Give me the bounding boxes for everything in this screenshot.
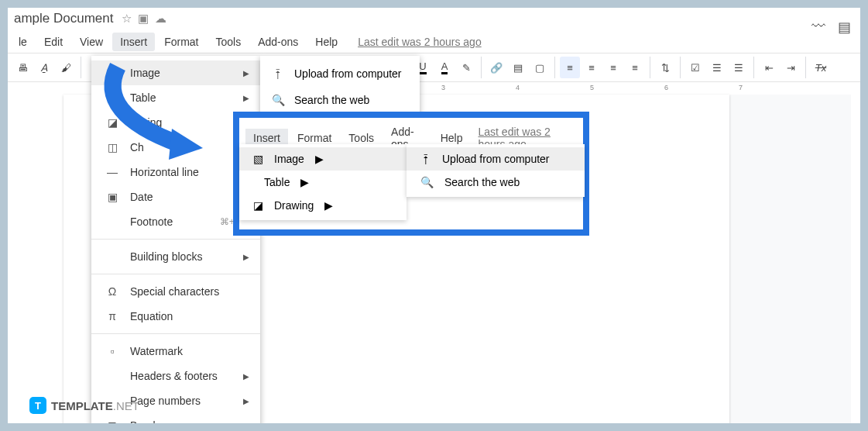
spellcheck-icon[interactable]: A̱	[34, 57, 54, 78]
insert-table-item[interactable]: ▦ Table ▶	[91, 85, 260, 110]
comments-icon[interactable]: ▤	[838, 19, 851, 36]
drawing-icon: ◪	[105, 116, 119, 129]
hline-icon: —	[105, 165, 119, 179]
align-center-icon[interactable]: ≡	[582, 57, 602, 78]
align-left-icon[interactable]: ≡	[560, 57, 580, 78]
menu-file[interactable]: le	[11, 33, 35, 51]
callout-insert-dropdown: ▧ Image ▶ Table ▶ ◪ Drawing ▶	[239, 144, 407, 220]
main-menubar: le Edit View Insert Format Tools Add-ons…	[8, 31, 860, 53]
chevron-right-icon: ▶	[243, 397, 249, 405]
insert-equation-item[interactable]: π Equation	[91, 304, 260, 329]
drawing-icon: ◪	[253, 199, 263, 212]
callout-zoom: Insert Format Tools Add-ons Help Last ed…	[233, 112, 589, 236]
omega-icon: Ω	[105, 284, 119, 298]
search-icon: 🔍	[420, 176, 434, 188]
menu-insert[interactable]: Insert	[112, 33, 155, 51]
callout-search-item[interactable]: 🔍 Search the web	[407, 171, 585, 194]
link-icon[interactable]: 🔗	[486, 57, 506, 78]
chevron-right-icon: ▶	[324, 199, 333, 212]
image-icon: ▧	[105, 66, 119, 80]
pi-icon: π	[105, 309, 119, 323]
chevron-right-icon: ▶	[300, 176, 309, 188]
outdent-icon[interactable]: ⇤	[759, 57, 779, 78]
checklist-icon[interactable]: ☑	[685, 57, 705, 78]
callout-upload-item[interactable]: ⭱ Upload from computer	[407, 147, 585, 171]
search-icon: 🔍	[271, 93, 285, 107]
callout-table-item[interactable]: Table ▶	[239, 171, 407, 194]
brand-logo-icon: T	[29, 397, 46, 414]
menu-tools[interactable]: Tools	[208, 33, 249, 51]
insert-watermark-item[interactable]: ▫ Watermark	[91, 339, 260, 364]
chevron-right-icon: ▶	[243, 253, 249, 261]
upload-from-computer-item[interactable]: ⭱ Upload from computer	[260, 60, 420, 87]
brand-watermark: T TEMPLATE.NET	[29, 397, 139, 414]
align-justify-icon[interactable]: ≡	[625, 57, 645, 78]
cloud-status-icon: ☁	[155, 12, 166, 26]
insert-blocks-item[interactable]: Building blocks ▶	[91, 244, 260, 269]
image-icon: ▧	[253, 153, 263, 165]
last-edit-link[interactable]: Last edit was 2 hours ago	[358, 36, 482, 48]
doc-title[interactable]: ample Document	[14, 11, 114, 26]
divider	[91, 333, 260, 334]
search-web-item[interactable]: 🔍 Search the web	[260, 87, 420, 113]
menu-view[interactable]: View	[72, 33, 111, 51]
title-bar: ample Document ☆ ▣ ☁	[8, 8, 860, 29]
chevron-right-icon: ▶	[243, 372, 249, 381]
paint-format-icon[interactable]: 🖌	[56, 57, 76, 78]
chart-icon: ◫	[105, 140, 119, 154]
upload-icon: ⭱	[271, 67, 285, 81]
table-icon: ▦	[105, 91, 119, 105]
insert-break-item[interactable]: ⊟ Break	[91, 413, 260, 423]
star-icon[interactable]: ☆	[122, 12, 132, 26]
menu-edit[interactable]: Edit	[36, 33, 70, 51]
folder-move-icon[interactable]: ▣	[138, 12, 149, 26]
top-right-actions: 〰 ▤	[811, 19, 851, 36]
text-color-icon[interactable]: A	[434, 57, 455, 78]
indent-icon[interactable]: ⇥	[781, 57, 801, 78]
chevron-right-icon: ▶	[315, 153, 324, 165]
bullet-list-icon[interactable]: ☰	[707, 57, 727, 78]
highlight-icon[interactable]: ✎	[456, 57, 476, 78]
image-submenu: ⭱ Upload from computer 🔍 Search the web	[260, 56, 420, 118]
insert-headers-item[interactable]: Headers & footers ▶	[91, 364, 260, 388]
app-window: ample Document ☆ ▣ ☁ 〰 ▤ le Edit View In…	[8, 8, 860, 423]
insert-image-icon[interactable]: ▢	[530, 57, 550, 78]
upload-icon: ⭱	[420, 153, 431, 165]
callout-drawing-item[interactable]: ◪ Drawing ▶	[239, 194, 407, 217]
callout-image-item[interactable]: ▧ Image ▶	[239, 147, 407, 171]
menu-addons[interactable]: Add-ons	[250, 33, 306, 51]
number-list-icon[interactable]: ☰	[729, 57, 749, 78]
break-icon: ⊟	[105, 419, 119, 423]
chevron-right-icon: ▶	[243, 69, 249, 78]
insert-special-item[interactable]: Ω Special characters	[91, 279, 260, 304]
comment-icon[interactable]: ▤	[508, 57, 528, 78]
clear-format-icon[interactable]: Tx	[811, 57, 831, 78]
chevron-right-icon: ▶	[243, 94, 249, 102]
calendar-icon: ▣	[105, 190, 119, 204]
menu-help[interactable]: Help	[307, 33, 345, 51]
activity-icon[interactable]: 〰	[811, 19, 825, 36]
watermark-icon: ▫	[105, 344, 119, 358]
print-icon[interactable]: 🖶	[12, 57, 33, 78]
divider	[91, 239, 260, 240]
line-spacing-icon[interactable]: ⇅	[655, 57, 675, 78]
align-right-icon[interactable]: ≡	[603, 57, 623, 78]
menu-format[interactable]: Format	[156, 33, 206, 51]
insert-image-item[interactable]: ▧ Image ▶	[91, 60, 260, 85]
divider	[91, 274, 260, 274]
callout-image-submenu: ⭱ Upload from computer 🔍 Search the web	[407, 144, 585, 197]
